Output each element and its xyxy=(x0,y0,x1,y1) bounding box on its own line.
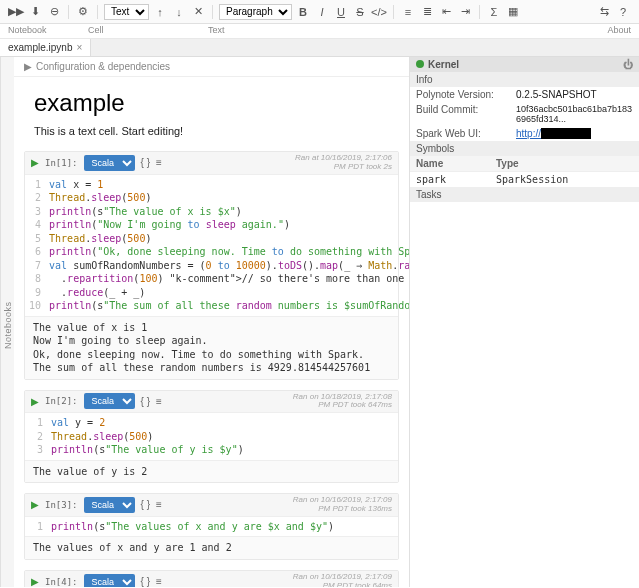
code-content[interactable]: println(s"The values of x and y are $x a… xyxy=(47,517,398,537)
separator xyxy=(212,5,213,19)
build-label: Build Commit: xyxy=(416,104,516,124)
cell-header: ▶In[4]:Scala{ }≡Ran on 10/16/2019, 2:17:… xyxy=(25,571,398,587)
settings-icon[interactable]: ⚙ xyxy=(75,4,91,20)
version-label: Polynote Version: xyxy=(416,89,516,100)
in-label: In[2]: xyxy=(45,396,78,406)
code-icon[interactable]: </> xyxy=(371,4,387,20)
sidebar-handle[interactable]: Notebooks xyxy=(0,57,14,587)
ol-icon[interactable]: ≣ xyxy=(419,4,435,20)
help-icon[interactable]: ? xyxy=(615,4,631,20)
run-cell-icon[interactable]: ▶ xyxy=(31,396,39,407)
cell-run-meta: Ran on 10/18/2019, 2:17:08PM PDT took 64… xyxy=(293,393,392,411)
chevron-right-icon: ▶ xyxy=(24,61,32,72)
info-section[interactable]: Info xyxy=(410,72,639,87)
symbol-row[interactable]: spark SparkSession xyxy=(410,172,639,187)
code-cell: ▶In[4]:Scala{ }≡Ran on 10/16/2019, 2:17:… xyxy=(24,570,399,587)
run-cell-icon[interactable]: ▶ xyxy=(31,157,39,168)
line-gutter: 12345678910 xyxy=(25,175,45,316)
label-cell: Cell xyxy=(88,25,208,35)
code-content[interactable]: val y = 2Thread.sleep(500)println(s"The … xyxy=(47,413,398,460)
outdent-icon[interactable]: ⇤ xyxy=(438,4,454,20)
strike-icon[interactable]: S xyxy=(352,4,368,20)
kernel-status-icon xyxy=(416,60,424,68)
cell-run-meta: Ran on 10/16/2019, 2:17:09PM PDT took 13… xyxy=(293,496,392,514)
braces-icon[interactable]: { } xyxy=(141,576,150,587)
power-icon[interactable]: ⏻ xyxy=(623,59,633,70)
code-cell: ▶In[2]:Scala{ }≡Ran on 10/18/2019, 2:17:… xyxy=(24,390,399,484)
toolbar-labels: Notebook Cell Text About xyxy=(0,24,639,39)
insert-above-icon[interactable]: ↑ xyxy=(152,4,168,20)
code-editor[interactable]: 12345678910val x = 1Thread.sleep(500)pri… xyxy=(25,175,398,316)
paragraph-select[interactable]: Paragraph xyxy=(219,4,292,20)
cell-header: ▶In[1]:Scala{ }≡Ran at 10/16/2019, 2:17:… xyxy=(25,152,398,175)
cell-output: The values of x and y are 1 and 2 xyxy=(25,536,398,559)
code-cell: ▶In[1]:Scala{ }≡Ran at 10/16/2019, 2:17:… xyxy=(24,151,399,380)
cell-type-select[interactable]: Text xyxy=(104,4,149,20)
code-editor[interactable]: 123val y = 2Thread.sleep(500)println(s"T… xyxy=(25,413,398,460)
italic-icon[interactable]: I xyxy=(314,4,330,20)
underline-icon[interactable]: U xyxy=(333,4,349,20)
cell-output: The value of x is 1 Now I'm going to sle… xyxy=(25,316,398,379)
config-dependencies-section[interactable]: ▶ Configuration & dependencies xyxy=(14,57,409,77)
symbol-name: spark xyxy=(416,174,496,185)
indent-icon[interactable]: ⇥ xyxy=(457,4,473,20)
cell-header: ▶In[2]:Scala{ }≡Ran on 10/18/2019, 2:17:… xyxy=(25,391,398,414)
close-icon[interactable]: × xyxy=(76,42,82,53)
download-icon[interactable]: ⬇ xyxy=(27,4,43,20)
notebook-tab[interactable]: example.ipynb × xyxy=(0,39,91,56)
language-select[interactable]: Scala xyxy=(84,393,135,409)
separator xyxy=(479,5,480,19)
code-editor[interactable]: 1println(s"The values of x and y are $x … xyxy=(25,517,398,537)
separator xyxy=(393,5,394,19)
delete-cell-icon[interactable]: ✕ xyxy=(190,4,206,20)
cell-run-meta: Ran at 10/16/2019, 2:17:06PM PDT took 2s xyxy=(295,154,392,172)
language-select[interactable]: Scala xyxy=(84,574,135,587)
section-label: Configuration & dependencies xyxy=(36,61,170,72)
table-icon[interactable]: ▦ xyxy=(505,4,521,20)
spark-link[interactable]: http:// xyxy=(516,128,541,139)
notebook-area: ▶ Configuration & dependencies example T… xyxy=(14,57,409,587)
tab-bar: example.ipynb × xyxy=(0,39,639,57)
menu-icon[interactable]: ≡ xyxy=(156,576,162,587)
text-cell-content[interactable]: This is a text cell. Start editing! xyxy=(14,125,409,147)
line-gutter: 123 xyxy=(25,413,47,460)
page-title[interactable]: example xyxy=(14,77,409,125)
separator xyxy=(97,5,98,19)
cell-run-meta: Ran on 10/16/2019, 2:17:09PM PDT took 64… xyxy=(293,573,392,587)
equation-icon[interactable]: Σ xyxy=(486,4,502,20)
clear-icon[interactable]: ⊖ xyxy=(46,4,62,20)
run-cell-icon[interactable]: ▶ xyxy=(31,499,39,510)
menu-icon[interactable]: ≡ xyxy=(156,157,162,168)
run-cell-icon[interactable]: ▶ xyxy=(31,576,39,587)
kernel-section[interactable]: Kernel ⏻ xyxy=(410,57,639,72)
in-label: In[1]: xyxy=(45,158,78,168)
separator xyxy=(68,5,69,19)
run-all-icon[interactable]: ▶▶ xyxy=(8,4,24,20)
ul-icon[interactable]: ≡ xyxy=(400,4,416,20)
braces-icon[interactable]: { } xyxy=(141,396,150,407)
insert-below-icon[interactable]: ↓ xyxy=(171,4,187,20)
menu-icon[interactable]: ≡ xyxy=(156,499,162,510)
braces-icon[interactable]: { } xyxy=(141,157,150,168)
code-cell: ▶In[3]:Scala{ }≡Ran on 10/16/2019, 2:17:… xyxy=(24,493,399,560)
col-type: Type xyxy=(496,158,519,169)
in-label: In[3]: xyxy=(45,500,78,510)
main-toolbar: ▶▶ ⬇ ⊖ ⚙ Text ↑ ↓ ✕ Paragraph B I U S </… xyxy=(0,0,639,24)
symbol-type: SparkSession xyxy=(496,174,568,185)
spark-label: Spark Web UI: xyxy=(416,128,516,139)
language-select[interactable]: Scala xyxy=(84,497,135,513)
label-about[interactable]: About xyxy=(607,25,631,35)
braces-icon[interactable]: { } xyxy=(141,499,150,510)
label-notebook: Notebook xyxy=(8,25,88,35)
label-text: Text xyxy=(208,25,225,35)
build-value: 10f36acbc501bac61ba7b1836965fd314... xyxy=(516,104,633,124)
col-name: Name xyxy=(416,158,496,169)
toggle-panel-icon[interactable]: ⇆ xyxy=(596,4,612,20)
code-content[interactable]: val x = 1Thread.sleep(500)println(s"The … xyxy=(45,175,409,316)
menu-icon[interactable]: ≡ xyxy=(156,396,162,407)
in-label: In[4]: xyxy=(45,577,78,587)
language-select[interactable]: Scala xyxy=(84,155,135,171)
symbols-section[interactable]: Symbols xyxy=(410,141,639,156)
bold-icon[interactable]: B xyxy=(295,4,311,20)
tasks-section[interactable]: Tasks xyxy=(410,187,639,202)
